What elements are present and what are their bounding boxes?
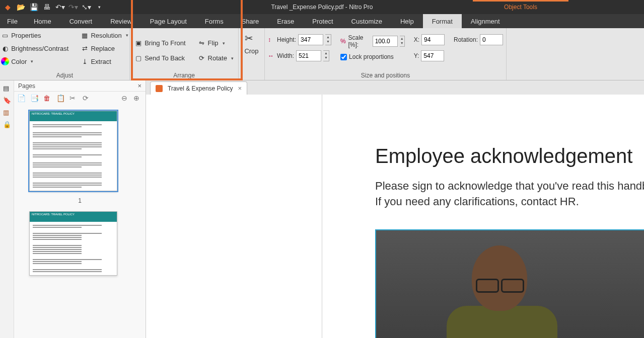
send-to-back-button[interactable]: ▢Send To Back xyxy=(131,53,188,63)
x-input[interactable] xyxy=(421,34,445,45)
menu-erase[interactable]: Erase xyxy=(268,14,303,28)
rotate-icon: ⟳ xyxy=(198,54,206,62)
page-thumbnail-1[interactable]: NITROCARS: TRAVEL POLICY xyxy=(29,111,117,191)
flip-icon: ⇋ xyxy=(198,39,206,47)
left-nav-bar: ▤ 🔖 ▥ 🔒 xyxy=(0,80,14,338)
rotation-input[interactable] xyxy=(480,34,503,45)
insert-page-icon[interactable]: 📄 xyxy=(17,94,26,103)
lock-proportions-checkbox[interactable] xyxy=(340,54,347,60)
menu-page-layout[interactable]: Page Layout xyxy=(141,14,196,28)
group-arrange: ▣Bring To Front ▢Send To Back ⇋Flip ⟳Rot… xyxy=(130,28,239,80)
height-spinner[interactable]: ▲▼ xyxy=(325,34,331,45)
pages-panel: Pages × 📄 📑 🗑 📋 ✂ ⟳ ⊖ ⊕ NITROCARS: TRAVE… xyxy=(14,80,146,338)
resolution-button[interactable]: ▦Resolution xyxy=(78,30,131,40)
y-input[interactable] xyxy=(421,50,444,61)
scale-spinner[interactable]: ▲▼ xyxy=(400,36,405,47)
redo-icon[interactable]: ↷▾ xyxy=(68,3,78,12)
scale-label: Scale [%]: xyxy=(348,34,370,48)
height-label: Height: xyxy=(277,36,296,43)
qat-more-icon[interactable]: ▾ xyxy=(95,3,104,12)
brightness-button[interactable]: ◐Brightness/Contrast xyxy=(0,43,71,53)
group-crop: ✂ Crop xyxy=(239,28,265,80)
color-button[interactable]: Color xyxy=(0,56,71,66)
group-label-adjust: Adjust xyxy=(3,71,126,79)
pdf-icon xyxy=(156,85,163,92)
extract-button[interactable]: ⤓Extract xyxy=(78,56,131,66)
rotate-button[interactable]: ⟳Rotate xyxy=(195,53,237,63)
x-label: X: xyxy=(414,36,419,43)
properties-button[interactable]: ▭Properties xyxy=(0,30,71,40)
undo-icon[interactable]: ↶▾ xyxy=(55,3,64,12)
document-heading: Employee acknowledgement xyxy=(375,145,644,167)
menu-format[interactable]: Format xyxy=(423,14,462,28)
tab-close-icon[interactable]: × xyxy=(238,84,242,92)
scale-icon: % xyxy=(340,38,346,45)
menu-file[interactable]: File xyxy=(0,14,25,28)
group-label-arrange: Arrange xyxy=(133,71,235,79)
page-number-1: 1 xyxy=(29,197,130,204)
menu-home[interactable]: Home xyxy=(25,14,60,28)
pages-panel-close-icon[interactable]: × xyxy=(137,82,141,90)
replace-page-icon[interactable]: 📋 xyxy=(56,94,65,103)
crop-button[interactable]: ✂ Crop xyxy=(242,30,261,57)
width-icon: ↔ xyxy=(268,52,275,59)
menu-share[interactable]: Share xyxy=(233,14,268,28)
menu-help[interactable]: Help xyxy=(391,14,423,28)
selected-image[interactable]: ⟳ ✥ xyxy=(375,229,644,338)
scale-input[interactable] xyxy=(373,36,398,47)
brightness-icon: ◐ xyxy=(1,44,9,52)
document-tab[interactable]: Travel & Expense Policy × xyxy=(150,81,247,95)
height-input[interactable] xyxy=(298,34,323,45)
replace-icon: ⇄ xyxy=(81,44,89,52)
bookmarks-nav-icon[interactable]: 🔖 xyxy=(3,97,11,105)
group-adjust: ▭Properties ◐Brightness/Contrast Color ▦… xyxy=(0,28,130,80)
page-thumbnail-2[interactable]: NITROCARS: TRAVEL POLICY xyxy=(29,211,117,276)
replace-button[interactable]: ⇄Replace xyxy=(78,43,131,53)
width-input[interactable] xyxy=(296,50,321,61)
window-title: Travel _Expense Policy.pdf - Nitro Pro xyxy=(271,4,373,11)
ribbon: ▭Properties ◐Brightness/Contrast Color ▦… xyxy=(0,28,644,80)
open-icon[interactable]: 📂 xyxy=(16,3,25,12)
width-label: Width: xyxy=(277,52,294,59)
extract-page-icon[interactable]: 📑 xyxy=(30,94,39,103)
menu-forms[interactable]: Forms xyxy=(196,14,233,28)
save-icon[interactable]: 💾 xyxy=(29,3,38,12)
document-paragraph: Please sign to acknowledge that you've r… xyxy=(375,179,644,210)
menu-convert[interactable]: Convert xyxy=(60,14,102,28)
thumb-header: NITROCARS: TRAVEL POLICY xyxy=(30,111,117,121)
crop-icon: ✂ xyxy=(245,32,259,46)
print-icon[interactable]: 🖶 xyxy=(42,3,51,12)
color-icon xyxy=(1,57,9,65)
width-spinner[interactable]: ▲▼ xyxy=(323,50,329,61)
lock-label: Lock proportions xyxy=(349,53,394,60)
document-tab-title: Travel & Expense Policy xyxy=(168,85,233,92)
layers-nav-icon[interactable]: ▥ xyxy=(3,109,11,117)
properties-icon: ▭ xyxy=(1,31,9,39)
rotation-label: Rotation: xyxy=(454,36,478,43)
document-view[interactable]: Employee acknowledgement Please sign to … xyxy=(146,95,644,338)
back-icon: ▢ xyxy=(134,54,142,62)
flip-button[interactable]: ⇋Flip xyxy=(195,38,237,48)
app-icon: ◆ xyxy=(3,3,12,12)
height-icon: ↕ xyxy=(268,36,275,43)
thumb-header: NITROCARS: TRAVEL POLICY xyxy=(30,212,117,222)
zoom-out-icon[interactable]: ⊖ xyxy=(121,94,130,103)
resolution-icon: ▦ xyxy=(81,31,89,39)
bring-to-front-button[interactable]: ▣Bring To Front xyxy=(131,38,188,48)
menu-protect[interactable]: Protect xyxy=(303,14,342,28)
delete-page-icon[interactable]: 🗑 xyxy=(43,94,52,103)
menu-bar: File Home Convert Review Page Layout For… xyxy=(0,14,644,28)
y-label: Y: xyxy=(414,52,419,59)
menu-customize[interactable]: Customize xyxy=(342,14,391,28)
menu-review[interactable]: Review xyxy=(101,14,141,28)
contextual-tab-label: Object Tools xyxy=(473,0,568,14)
pdf-page: Employee acknowledgement Please sign to … xyxy=(146,95,644,338)
select-icon[interactable]: ⤡▾ xyxy=(82,3,91,12)
zoom-in-icon[interactable]: ⊕ xyxy=(133,94,142,103)
crop-page-icon[interactable]: ✂ xyxy=(69,94,79,103)
rotate-page-icon[interactable]: ⟳ xyxy=(83,94,92,103)
pages-nav-icon[interactable]: ▤ xyxy=(3,84,11,93)
title-bar: ◆ 📂 💾 🖶 ↶▾ ↷▾ ⤡▾ ▾ Travel _Expense Polic… xyxy=(0,0,644,14)
signatures-nav-icon[interactable]: 🔒 xyxy=(3,121,11,129)
menu-alignment[interactable]: Alignment xyxy=(462,14,509,28)
